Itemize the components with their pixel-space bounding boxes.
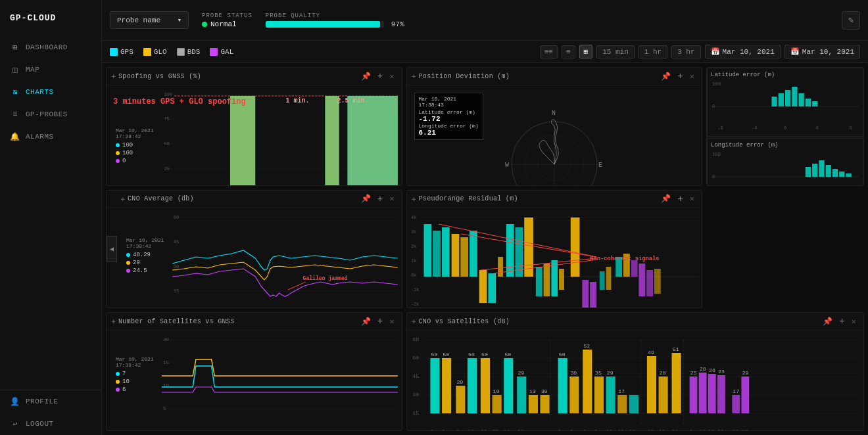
- sat-gps-dot: [116, 372, 120, 376]
- view-grid-btn[interactable]: ⊞: [579, 45, 593, 58]
- svg-text:50: 50: [443, 353, 449, 357]
- satellites-pin-btn[interactable]: 📌: [359, 317, 373, 327]
- legend-gps[interactable]: GPS: [110, 48, 133, 56]
- svg-rect-106: [524, 218, 533, 277]
- svg-text:W: W: [505, 162, 509, 169]
- svg-line-74: [288, 282, 306, 290]
- date-to-btn[interactable]: 📅 Mar 10, 2021: [784, 45, 860, 58]
- svg-text:10: 10: [162, 383, 168, 388]
- pos-dev-lon-val: 6.21: [419, 129, 479, 137]
- svg-text:30: 30: [570, 371, 577, 376]
- cno-svg: 60 45 30 15 Galileo jammed: [172, 211, 398, 309]
- satellites-close-btn[interactable]: ✕: [387, 317, 396, 327]
- satellites-chart-title: Number of Satellites vs GNSS: [118, 318, 356, 325]
- svg-rect-55: [832, 169, 838, 177]
- sidebar-item-map[interactable]: ◫ MAP: [0, 58, 101, 81]
- probe-selector[interactable]: Probe name ▾: [110, 11, 189, 29]
- cno-close-btn[interactable]: ✕: [387, 194, 396, 204]
- pos-dev-add-btn[interactable]: +: [675, 71, 685, 81]
- svg-text:25: 25: [492, 430, 498, 431]
- scroll-left-btn[interactable]: ◀: [107, 236, 117, 262]
- svg-rect-113: [590, 282, 596, 309]
- pos-dev-close-btn[interactable]: ✕: [688, 72, 696, 81]
- lat-error-svg: 100 0 -8 -4 0 4 8: [711, 80, 859, 133]
- svg-text:45: 45: [412, 375, 419, 379]
- sidebar-item-alarms[interactable]: 🔔 ALARMS: [0, 126, 101, 148]
- cno-vs-sat-close-btn[interactable]: ✕: [850, 317, 858, 327]
- svg-text:50: 50: [504, 353, 511, 357]
- svg-rect-202: [698, 373, 706, 413]
- svg-text:-4: -4: [752, 126, 758, 131]
- pseudorange-close-btn[interactable]: ✕: [688, 194, 696, 204]
- svg-rect-115: [606, 267, 611, 290]
- svg-rect-171: [492, 395, 501, 413]
- view-compact-btn[interactable]: ≡: [562, 45, 575, 58]
- gp-probes-icon: ≡: [10, 109, 20, 120]
- gps-label: GPS: [120, 48, 133, 56]
- spoofing-annotation-2: 1 min.: [285, 97, 309, 104]
- svg-rect-97: [441, 227, 449, 277]
- gal-color: [210, 48, 218, 56]
- time-1hr-btn[interactable]: 1 hr: [639, 45, 667, 58]
- spoofing-chart-card: ✛ Spoofing vs GNSS (%) 📌 + ✕ 3 minutes G…: [106, 67, 402, 186]
- pos-dev-chart-header: ✛ Position Deviation (m) 📌 + ✕: [407, 68, 702, 85]
- legend-gps-dot: [116, 143, 120, 147]
- legend-gal-value: 0: [122, 158, 126, 164]
- svg-rect-103: [498, 257, 503, 277]
- svg-text:0: 0: [712, 174, 715, 179]
- topbar: Probe name ▾ PROBE STATUS Normal PROBE Q…: [102, 0, 868, 41]
- svg-rect-193: [629, 395, 638, 413]
- date-from-btn[interactable]: 📅 Mar 10, 2021: [705, 45, 781, 58]
- view-list-btn[interactable]: ≡≡: [540, 45, 558, 58]
- time-3hr-btn[interactable]: 3 hr: [671, 45, 700, 58]
- svg-text:Non-coherent signals: Non-coherent signals: [590, 256, 660, 262]
- longitude-error-card: Longitude error (m) 100 0 -8 -: [707, 138, 863, 186]
- sidebar-item-charts[interactable]: ≋ CHARTS: [0, 81, 101, 103]
- svg-rect-42: [812, 101, 817, 106]
- sidebar-item-dashboard[interactable]: ⊞ DASHBOARD: [0, 36, 101, 58]
- cno-pin-btn[interactable]: 📌: [359, 194, 373, 204]
- cno-vs-sat-add-btn[interactable]: +: [837, 316, 846, 327]
- pos-dev-lat-val: -1.72: [419, 115, 479, 123]
- sidebar-item-logout[interactable]: ↩ LOGOUT: [0, 413, 101, 435]
- svg-text:35: 35: [595, 371, 602, 376]
- svg-rect-169: [480, 358, 489, 413]
- lon-error-svg: 100 0 -8 -4 0 4 8: [711, 150, 859, 186]
- sidebar-item-gp-probes[interactable]: ≡ GP-PROBES: [0, 103, 101, 126]
- cno-vs-sat-pin-btn[interactable]: 📌: [821, 317, 834, 327]
- pseudorange-svg: 4k 3k 2k 1k 0k -1k -2k -3k -4k: [410, 211, 700, 309]
- pos-dev-tooltip: Mar 10, 2021 17:38:43 Latitude error (m)…: [414, 93, 483, 140]
- pseudorange-add-btn[interactable]: +: [675, 194, 685, 204]
- svg-text:15: 15: [173, 288, 179, 293]
- time-15min-btn[interactable]: 15 min: [596, 45, 635, 58]
- satellites-add-btn[interactable]: +: [375, 316, 385, 327]
- pseudorange-pin-btn[interactable]: 📌: [659, 194, 673, 204]
- svg-text:2: 2: [558, 430, 561, 431]
- svg-text:17: 17: [618, 390, 625, 394]
- spoofing-annotation-1: 3 minutes GPS + GLO spoofing: [113, 97, 246, 106]
- svg-text:21: 21: [717, 430, 723, 431]
- edit-button[interactable]: ✎: [842, 11, 860, 30]
- sat-gps-val: 7: [116, 371, 154, 377]
- svg-text:26: 26: [709, 369, 715, 373]
- spoofing-close-btn[interactable]: ✕: [387, 72, 396, 81]
- svg-text:52: 52: [583, 344, 590, 349]
- legend-bds[interactable]: BDS: [177, 48, 201, 56]
- legend-glo[interactable]: GLO: [143, 48, 167, 56]
- pos-dev-chart-title: Position Deviation (m): [419, 73, 657, 80]
- legend-gal[interactable]: GAL: [210, 48, 233, 56]
- cno-add-btn[interactable]: +: [375, 194, 385, 204]
- sidebar-item-profile[interactable]: 👤 PROFILE: [0, 390, 101, 413]
- svg-rect-111: [570, 218, 579, 277]
- spoofing-add-btn[interactable]: +: [375, 71, 385, 81]
- pos-dev-pin-btn[interactable]: 📌: [659, 72, 673, 81]
- topbar-right: ✎: [842, 11, 860, 30]
- pos-dev-chart-body: N S W E Mar 10, 2021 17:38:43 Latitude e…: [407, 85, 702, 186]
- position-deviation-chart-card: ✛ Position Deviation (m) 📌 + ✕: [406, 67, 703, 186]
- svg-text:2k: 2k: [410, 244, 416, 249]
- cno-vs-sat-header: ✛ CNO vs Satellites (dB) 📌 + ✕: [407, 313, 864, 331]
- spoofing-pin-btn[interactable]: 📌: [359, 72, 373, 81]
- svg-text:Galileo jammed: Galileo jammed: [302, 275, 347, 281]
- spoofing-chart-body: 3 minutes GPS + GLO spoofing 1 min. 2.5 …: [107, 85, 402, 186]
- app-logo: GP-CLOUD: [0, 7, 101, 36]
